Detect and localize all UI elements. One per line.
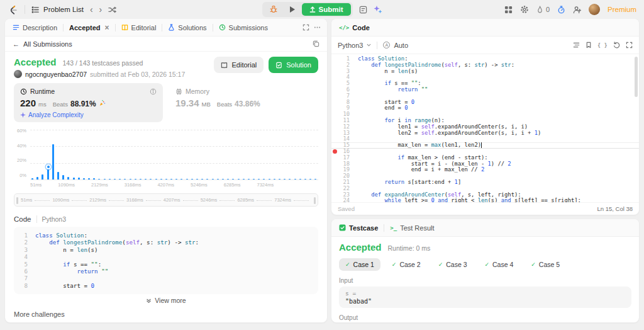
all-submissions-link[interactable]: ← All Submissions — [13, 40, 72, 48]
solution-button[interactable]: Solution — [269, 57, 318, 73]
view-more-button[interactable]: View more — [14, 297, 318, 304]
streak-count: 0 — [546, 6, 550, 13]
cursor-position[interactable]: Ln 15, Col 38 — [597, 205, 633, 212]
submit-button[interactable]: Submit — [302, 3, 351, 16]
input-value[interactable]: "babad" — [345, 298, 625, 305]
ai-sparkles-button[interactable] — [374, 5, 382, 14]
code-line[interactable]: 19 end = i + max_len // 2 — [331, 167, 639, 173]
auto-toggle[interactable]: A Auto — [383, 42, 408, 49]
slider-handle-left[interactable] — [16, 197, 18, 204]
copy-link-icon[interactable] — [313, 40, 319, 47]
code-line[interactable]: 4 — [18, 253, 312, 260]
input-box[interactable]: s = "babad" — [339, 287, 631, 308]
case-tab[interactable]: ✓Case 2 — [386, 258, 427, 271]
next-problem-button[interactable]: › — [99, 5, 103, 14]
tab-solutions[interactable]: Solutions — [167, 24, 208, 31]
memory-card[interactable]: Memory 19.34 MB Beats 43.86% — [169, 83, 318, 122]
editor-scrollbar[interactable] — [635, 57, 638, 97]
tab-accepted[interactable]: Accepted × — [68, 23, 111, 32]
tab-testcase[interactable]: Testcase — [338, 224, 379, 232]
distribution-bar — [170, 179, 172, 180]
distribution-bar — [114, 179, 116, 180]
format-code-icon[interactable] — [573, 42, 580, 48]
chart-range-slider[interactable]: 51ms1090ms2129ms3168ms4207ms5246ms6285ms… — [14, 193, 318, 207]
code-line[interactable]: 7 — [18, 275, 312, 282]
tab-description[interactable]: Description — [11, 24, 58, 31]
code-line[interactable]: 3 n = len(s) — [331, 69, 639, 75]
language-selector[interactable]: Python3 — [338, 42, 371, 49]
settings-gear-icon[interactable] — [520, 5, 529, 14]
case-tab[interactable]: ✓Case 3 — [432, 258, 474, 271]
timer-icon[interactable] — [557, 6, 565, 14]
distribution-bar — [36, 177, 38, 179]
code-text: class Solution: — [35, 232, 312, 239]
submitter-username[interactable]: ngocnguyenbao2707 — [25, 71, 87, 78]
editorial-button[interactable]: Editorial — [214, 57, 264, 73]
check-icon: ✓ — [438, 261, 443, 268]
panel-resize-handle-vertical[interactable] — [327, 19, 331, 322]
problem-list-button[interactable]: Problem List — [31, 6, 84, 14]
code-line[interactable]: 3 n = len(s) — [18, 246, 312, 253]
tab-code[interactable]: </> Code — [338, 24, 371, 31]
distribution-bar — [238, 179, 240, 180]
dotted-leader — [146, 200, 161, 201]
case-tab[interactable]: ✓Case 1 — [339, 258, 380, 271]
debug-button[interactable] — [264, 4, 283, 15]
analyze-complexity-link[interactable]: Analyze Complexity — [20, 111, 84, 118]
panel-resize-handle-horizontal[interactable] — [331, 215, 639, 219]
premium-link[interactable]: Premium — [608, 6, 636, 13]
code-line[interactable]: 6 return "" — [18, 268, 312, 275]
code-line[interactable]: 8 start = 0 — [18, 282, 312, 289]
code-line[interactable]: 21 return s[start:end + 1] — [331, 179, 639, 186]
submission-code-lines[interactable]: 1class Solution:2 def longestPalindrome(… — [14, 227, 318, 294]
tab-test-result[interactable]: >_ Test Result — [389, 224, 435, 232]
code-line[interactable]: 13 len2 = self.expandAroundCenter(s, i, … — [331, 130, 639, 137]
reset-code-icon[interactable] — [613, 42, 620, 48]
topbar: Problem List ‹ › — [0, 0, 644, 19]
code-editor-panel: </> Code Python3 A Auto — [331, 19, 639, 215]
close-tab-icon[interactable]: × — [105, 23, 109, 32]
check-icon: ✓ — [345, 261, 350, 268]
add-user-icon[interactable] — [573, 6, 581, 14]
code-line[interactable]: 15 max_len = max(len1, len2) — [331, 142, 639, 149]
distribution-bar — [294, 179, 296, 180]
distribution-bar — [180, 179, 182, 180]
tab-submissions[interactable]: Submissions — [218, 24, 269, 31]
distribution-bar — [52, 144, 54, 179]
submitted-timestamp: submitted at Feb 03, 2026 15:17 — [90, 71, 185, 78]
exp-collapse-icon[interactable] — [626, 42, 633, 48]
code-line[interactable]: 5 if s == "": — [18, 261, 312, 268]
breakpoint-dot[interactable] — [331, 149, 338, 154]
leetcode-logo[interactable] — [8, 4, 18, 15]
dotted-leader — [219, 200, 235, 201]
more-options-icon[interactable] — [314, 24, 321, 31]
bookmark-icon[interactable] — [586, 42, 592, 48]
code-line[interactable]: 24 while left >= 0 and right < len(s) an… — [331, 198, 639, 202]
code-line[interactable]: 1class Solution: — [18, 232, 312, 239]
code-line[interactable]: 9 end = 0 — [331, 105, 639, 111]
notes-button[interactable] — [359, 6, 367, 14]
distribution-bar — [263, 179, 265, 180]
case-tab[interactable]: ✓Case 5 — [525, 258, 566, 271]
slider-handle-right[interactable] — [314, 197, 316, 204]
info-icon[interactable] — [150, 88, 157, 95]
shuffle-button[interactable] — [108, 6, 116, 14]
prev-problem-button[interactable]: ‹ — [90, 5, 93, 14]
editor-code-lines[interactable]: 1class Solution:2 def longestPalindrome(… — [331, 54, 639, 202]
code-line[interactable]: 2 def longestPalindrome(self, s: str) ->… — [18, 239, 312, 246]
apps-grid-icon[interactable] — [504, 6, 513, 14]
user-avatar[interactable] — [589, 4, 600, 15]
runtime-distribution-bars[interactable] — [30, 130, 318, 179]
code-line[interactable]: 6 return "" — [331, 87, 639, 93]
fullscreen-icon[interactable] — [303, 24, 309, 31]
chart-x-axis: 51ms1090ms2129ms3168ms4207ms5246ms6285ms… — [30, 182, 274, 188]
braces-icon[interactable]: { } — [597, 42, 608, 48]
distribution-bar — [78, 178, 80, 179]
current-runtime-marker[interactable] — [46, 164, 51, 169]
distribution-bar — [243, 179, 245, 180]
runtime-card[interactable]: Runtime 220 ms Beats 88.91% — [14, 83, 163, 122]
run-button[interactable] — [284, 4, 301, 14]
tab-editorial[interactable]: Editorial — [120, 24, 158, 31]
case-tab[interactable]: ✓Case 4 — [478, 258, 519, 271]
streak-button[interactable]: 0 — [536, 6, 550, 14]
